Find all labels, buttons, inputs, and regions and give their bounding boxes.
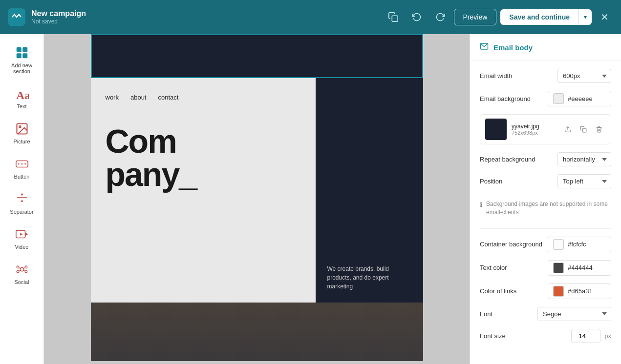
save-continue-button[interactable]: Save and continue bbox=[500, 9, 578, 25]
email-header-section[interactable] bbox=[91, 34, 423, 78]
repeat-background-row: Repeat background horizontally verticall… bbox=[480, 152, 611, 166]
redo-button[interactable] bbox=[430, 7, 450, 27]
svg-point-20 bbox=[25, 266, 27, 268]
font-size-unit: px bbox=[604, 332, 611, 340]
color-of-links-label: Color of links bbox=[480, 287, 516, 295]
email-background-color-control[interactable]: #eeeeee bbox=[548, 91, 611, 106]
repeat-background-select[interactable]: horizontally vertically both no-repeat bbox=[557, 152, 611, 166]
grid-icon bbox=[14, 45, 30, 61]
panel-title: Email body bbox=[493, 43, 533, 52]
undo-button[interactable] bbox=[407, 7, 427, 27]
font-size-row: Font size px bbox=[480, 329, 611, 343]
email-width-row: Email width 600px 640px 700px bbox=[480, 69, 611, 83]
font-size-input[interactable] bbox=[571, 329, 600, 343]
sidebar-item-picture[interactable]: Picture bbox=[4, 116, 40, 149]
position-row: Position Top left Top center Top right C… bbox=[480, 174, 611, 188]
app-header: New campaign Not saved Preview Save and … bbox=[0, 0, 621, 34]
repeat-background-label: Repeat background bbox=[480, 156, 535, 163]
svg-rect-1 bbox=[16, 47, 21, 52]
info-icon: ℹ bbox=[480, 201, 482, 208]
right-panel: Email body Email width 600px 640px 700px… bbox=[470, 34, 621, 364]
sidebar-label-social: Social bbox=[15, 279, 29, 285]
email-canvas: work about contact Com pany_ We create b… bbox=[91, 34, 423, 361]
text-color-swatch bbox=[553, 263, 564, 273]
position-label: Position bbox=[480, 178, 502, 185]
font-control: Segoe Arial Georgia Times New Roman bbox=[537, 307, 611, 321]
email-width-control: 600px 640px 700px bbox=[557, 69, 611, 83]
sidebar-item-add-new-section[interactable]: Add new section bbox=[4, 40, 40, 79]
panel-header: Email body bbox=[470, 34, 621, 61]
canvas-area[interactable]: work about contact Com pany_ We create b… bbox=[44, 34, 470, 364]
email-width-select[interactable]: 600px 640px 700px bbox=[557, 69, 611, 83]
background-image-row: yyaveir.jpg 752x698px bbox=[480, 114, 611, 144]
font-row: Font Segoe Arial Georgia Times New Roman bbox=[480, 307, 611, 321]
svg-point-18 bbox=[20, 267, 23, 271]
sidebar-label-separator: Separator bbox=[10, 209, 33, 215]
sidebar-item-separator[interactable]: Separator bbox=[4, 186, 40, 220]
background-image-name: yyaveir.jpg bbox=[512, 123, 556, 130]
svg-line-23 bbox=[19, 267, 21, 268]
sidebar-item-social[interactable]: Social bbox=[4, 257, 40, 290]
panel-divider-1 bbox=[480, 228, 611, 229]
background-image-size: 752x698px bbox=[512, 130, 556, 136]
svg-rect-0 bbox=[392, 16, 398, 21]
background-image-delete-button[interactable] bbox=[592, 122, 606, 136]
app-logo bbox=[8, 8, 25, 26]
info-note: ℹ Background images are not supported in… bbox=[480, 196, 611, 221]
svg-rect-29 bbox=[582, 128, 586, 132]
sidebar-label-text: Text bbox=[17, 103, 26, 109]
font-size-label: Font size bbox=[480, 332, 506, 340]
background-image-upload-button[interactable] bbox=[561, 122, 575, 136]
email-background-row: Email background #eeeeee bbox=[480, 91, 611, 106]
text-icon: Aa bbox=[14, 86, 30, 101]
color-of-links-swatch bbox=[553, 286, 564, 297]
button-icon bbox=[14, 156, 30, 172]
svg-point-19 bbox=[17, 266, 19, 268]
sidebar-item-button[interactable]: Button bbox=[4, 151, 40, 184]
copy-icon-button[interactable] bbox=[384, 7, 403, 27]
svg-marker-14 bbox=[21, 194, 23, 196]
color-of-links-control[interactable]: #d65a31 bbox=[548, 283, 611, 299]
position-select[interactable]: Top left Top center Top right Center bbox=[557, 174, 611, 188]
email-content-body: work about contact Com pany_ We create b… bbox=[91, 78, 423, 303]
svg-rect-2 bbox=[22, 47, 27, 52]
header-actions: Preview Save and continue ▾ ✕ bbox=[384, 7, 614, 27]
email-content-right: We create brands, build products, and do… bbox=[316, 78, 423, 303]
position-control: Top left Top center Top right Center bbox=[557, 174, 611, 188]
svg-point-22 bbox=[25, 270, 27, 273]
text-color-row: Text color #444444 bbox=[480, 260, 611, 276]
container-background-row: Container background #fcfcfc bbox=[480, 237, 611, 252]
text-color-control[interactable]: #444444 bbox=[548, 260, 611, 276]
svg-point-11 bbox=[24, 163, 26, 165]
svg-point-21 bbox=[17, 270, 19, 273]
svg-point-10 bbox=[21, 163, 22, 165]
container-background-color-value: #fcfcfc bbox=[568, 241, 586, 248]
video-icon bbox=[14, 226, 30, 242]
color-of-links-row: Color of links #d65a31 bbox=[480, 283, 611, 299]
container-background-swatch bbox=[553, 239, 564, 250]
background-image-copy-button[interactable] bbox=[577, 122, 590, 136]
container-background-color-control[interactable]: #fcfcfc bbox=[548, 237, 611, 252]
sidebar-label-picture: Picture bbox=[13, 139, 30, 144]
save-button-group: Save and continue ▾ bbox=[500, 9, 592, 25]
campaign-subtitle: Not saved bbox=[31, 18, 378, 25]
svg-line-26 bbox=[23, 270, 25, 271]
repeat-background-control: horizontally vertically both no-repeat bbox=[557, 152, 611, 166]
preview-button[interactable]: Preview bbox=[454, 9, 497, 25]
save-dropdown-arrow[interactable]: ▾ bbox=[578, 9, 592, 25]
font-select[interactable]: Segoe Arial Georgia Times New Roman bbox=[537, 307, 611, 321]
background-image-actions bbox=[561, 122, 606, 136]
svg-rect-3 bbox=[16, 53, 21, 58]
campaign-title: New campaign bbox=[31, 9, 378, 18]
email-background-swatch bbox=[553, 93, 564, 104]
email-company-text: Com pany_ bbox=[106, 124, 301, 191]
separator-icon bbox=[14, 191, 30, 207]
close-button[interactable]: ✕ bbox=[596, 8, 613, 26]
sidebar-item-video[interactable]: Video bbox=[4, 222, 40, 255]
text-color-label: Text color bbox=[480, 264, 507, 271]
font-label: Font bbox=[480, 310, 493, 318]
sidebar-item-text[interactable]: Aa Text bbox=[4, 81, 40, 114]
email-image-section bbox=[91, 303, 423, 361]
email-tagline: We create brands, build products, and do… bbox=[327, 264, 389, 291]
info-note-text: Background images are not supported in s… bbox=[486, 200, 611, 217]
